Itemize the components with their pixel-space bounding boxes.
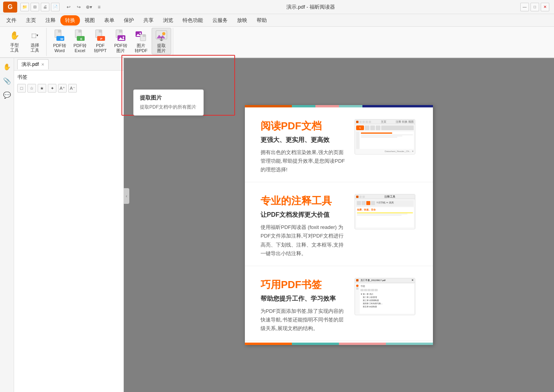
- section-bookmark: 巧用PDF书签 帮助您提升工作、学习效率 为PDF页面添加书签,除了实现内容的快…: [245, 266, 433, 341]
- win-btn-folder[interactable]: 📁: [20, 3, 29, 11]
- section3-subtitle: 帮助您提升工作、学习效率: [261, 295, 348, 303]
- menu-convert[interactable]: 转换: [60, 15, 80, 25]
- panel-collapse-handle[interactable]: ‹: [124, 188, 129, 204]
- bm-tool-2[interactable]: ☆: [27, 84, 36, 93]
- pdf-to-excel-btn[interactable]: E PDF转Excel: [70, 28, 90, 54]
- hand-tool-label: 手型工具: [10, 43, 19, 53]
- pdf-to-word-icon: W: [53, 29, 66, 42]
- main-area: ✋ 📎 💬 演示.pdf ✕ 书签 □ ☆ ★ ✦ A⁺ A⁻ ‹: [0, 58, 554, 392]
- pdf-to-word-btn[interactable]: W PDF转Word: [50, 28, 69, 54]
- select-icon: ⬚▾: [29, 29, 41, 41]
- svg-rect-1: [58, 30, 61, 33]
- sidebar-hand-icon[interactable]: ✋: [2, 61, 13, 72]
- pdf-to-excel-label: PDF转Excel: [74, 43, 87, 53]
- pdf-to-image-btn[interactable]: PDF转图片: [111, 28, 130, 54]
- menu-home[interactable]: 主页: [21, 15, 41, 25]
- titlebar: G 📁 ⊟ 🖨 📄 ↩ ↪ ⊕▾ ≡ 演示.pdf - 福昕阅读器 — □ ✕: [0, 0, 554, 14]
- document-tab[interactable]: 演示.pdf ✕: [17, 59, 49, 69]
- tab-close-icon[interactable]: ✕: [41, 62, 44, 67]
- window-title: 演示.pdf - 福昕阅读器: [103, 4, 518, 11]
- menu-file[interactable]: 文件: [2, 15, 21, 25]
- image-to-pdf-label: 图片转PDF: [135, 43, 148, 53]
- quick-access-toolbar: ↩ ↪ ⊕▾ ≡: [64, 3, 103, 11]
- svg-text:W: W: [60, 37, 63, 41]
- section2-title: 专业的注释工具: [261, 194, 348, 208]
- close-btn[interactable]: ✕: [541, 3, 549, 11]
- sidebar: ✋ 📎 💬: [0, 58, 14, 392]
- pdf-to-word-label: PDF转Word: [53, 43, 66, 53]
- sidebar-bookmark-icon[interactable]: 📎: [2, 75, 13, 86]
- svg-point-24: [162, 32, 165, 35]
- pdf-to-ppt-label: PDF转PPT: [94, 43, 107, 53]
- toolbar-group-tools: ✋ 手型工具 ⬚▾ 选择工具: [3, 28, 47, 56]
- select-tool-btn[interactable]: ⬚▾ 选择工具: [25, 28, 45, 54]
- menubar: 文件 主页 注释 转换 视图 表单 保护 共享 浏览 特色功能 云服务 放映 帮…: [0, 14, 554, 27]
- section2-preview: 注释工具 T 打字机 ✏ 高亮: [355, 194, 415, 229]
- section2-body: 使用福昕PDF阅读器 (foxit reader) 为PDF文件添加注释,可对P…: [261, 223, 348, 258]
- redo-btn[interactable]: ↪: [74, 3, 83, 11]
- tooltip-popup: 提取图片 提取PDF文档中的所有图片: [133, 89, 204, 116]
- menu-cloud[interactable]: 云服务: [208, 15, 232, 25]
- extract-image-icon: [155, 29, 168, 42]
- section1-preview: 主页 注释 转换 视图 G: [355, 119, 415, 154]
- image-to-pdf-icon: [135, 29, 147, 42]
- customize-btn[interactable]: ⊕▾: [85, 3, 93, 11]
- svg-rect-9: [99, 30, 102, 33]
- bookmark-panel: 书签 □ ☆ ★ ✦ A⁺ A⁻: [14, 71, 123, 392]
- svg-rect-21: [143, 34, 146, 37]
- win-btn-print[interactable]: 🖨: [41, 3, 49, 11]
- bm-tool-4[interactable]: ✦: [48, 84, 56, 93]
- tab-label: 演示.pdf: [22, 61, 39, 68]
- tooltip-title: 提取图片: [140, 94, 197, 102]
- pdf-to-image-icon: [114, 29, 127, 42]
- menu-present[interactable]: 放映: [232, 15, 252, 25]
- menu-annotate[interactable]: 注释: [41, 15, 60, 25]
- undo-btn[interactable]: ↩: [64, 3, 73, 11]
- hand-tool-btn[interactable]: ✋ 手型工具: [5, 28, 24, 54]
- bm-tool-6[interactable]: A⁻: [68, 84, 77, 93]
- section-read-pdf: 阅读PDF文档 更强大、更实用、更高效 拥有出色的文档渲染效果,强大的页面管理功…: [245, 107, 433, 182]
- tab-bar: 演示.pdf ✕: [14, 58, 123, 71]
- pdf-content: 阅读PDF文档 更强大、更实用、更高效 拥有出色的文档渲染效果,强大的页面管理功…: [245, 105, 433, 345]
- bm-tool-3[interactable]: ★: [38, 84, 46, 93]
- menu-help[interactable]: 帮助: [252, 15, 272, 25]
- menu-form[interactable]: 表单: [100, 15, 119, 25]
- extract-image-btn[interactable]: 提取图片: [152, 28, 171, 54]
- svg-point-16: [123, 36, 124, 38]
- color-band: [245, 105, 433, 107]
- menu-special[interactable]: 特色功能: [178, 15, 208, 25]
- menu-browse[interactable]: 浏览: [158, 15, 178, 25]
- extract-image-label: 提取图片: [157, 43, 166, 53]
- section1-title: 阅读PDF文档: [261, 119, 348, 133]
- toolbar: ✋ 手型工具 ⬚▾ 选择工具 W PDF转Word: [0, 27, 554, 58]
- svg-text:E: E: [80, 37, 83, 41]
- bookmark-toolbar: □ ☆ ★ ✦ A⁺ A⁻: [17, 84, 120, 93]
- section3-preview: 员工手册_20120917.pdf ✕ 书签: [355, 278, 415, 315]
- pdf-to-ppt-icon: P: [94, 29, 107, 42]
- hand-icon: ✋: [8, 29, 21, 41]
- extra-btn[interactable]: ≡: [95, 3, 103, 11]
- win-btn-tabs[interactable]: ⊟: [31, 3, 39, 11]
- maximize-btn[interactable]: □: [530, 3, 539, 11]
- app-logo: G: [3, 2, 17, 13]
- section1-subtitle: 更强大、更实用、更高效: [261, 136, 348, 144]
- window-controls: 📁 ⊟ 🖨 📄: [20, 3, 60, 11]
- bookmark-panel-title: 书签: [17, 74, 120, 81]
- win-btn-new[interactable]: 📄: [51, 3, 60, 11]
- toolbar-group-convert: W PDF转Word E PDF转Excel: [48, 28, 173, 56]
- sidebar-comment-icon[interactable]: 💬: [2, 89, 13, 100]
- menu-protect[interactable]: 保护: [119, 15, 139, 25]
- image-to-pdf-btn[interactable]: 图片转PDF: [131, 28, 151, 54]
- menu-view[interactable]: 视图: [80, 15, 100, 25]
- bottom-color-band: [245, 343, 433, 345]
- pdf-to-ppt-btn[interactable]: P PDF转PPT: [91, 28, 110, 54]
- menu-share[interactable]: 共享: [139, 15, 158, 25]
- bm-tool-5[interactable]: A⁺: [58, 84, 67, 93]
- svg-point-19: [139, 33, 141, 34]
- section1-body: 拥有出色的文档渲染效果,强大的页面管理功能,帮助提升效率,是您阅读PDF的理想选…: [261, 148, 348, 174]
- minimize-btn[interactable]: —: [520, 3, 529, 11]
- bm-tool-1[interactable]: □: [17, 84, 26, 93]
- section-annotate: 专业的注释工具 让PDF文档发挥更大价值 使用福昕PDF阅读器 (foxit r…: [245, 182, 433, 266]
- svg-rect-5: [78, 30, 81, 33]
- section3-title: 巧用PDF书签: [261, 278, 348, 292]
